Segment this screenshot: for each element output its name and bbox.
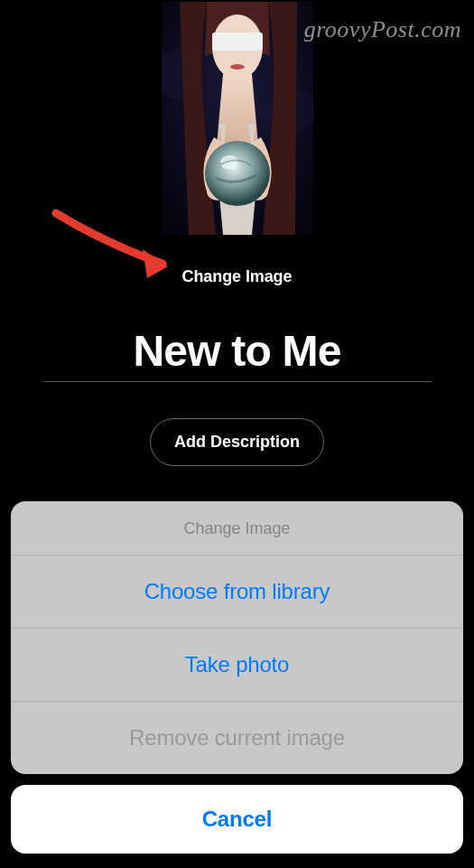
add-description-button[interactable]: Add Description (150, 418, 324, 466)
choose-from-library-button[interactable]: Choose from library (11, 555, 463, 629)
playlist-title-field[interactable]: New to Me (43, 326, 432, 382)
playlist-cover-image[interactable] (162, 2, 313, 235)
svg-point-8 (205, 141, 270, 206)
action-sheet-title: Change Image (11, 501, 463, 555)
watermark-text: groovyPost.com (304, 16, 461, 43)
change-image-label[interactable]: Change Image (182, 267, 293, 286)
action-sheet: Change Image Choose from library Take ph… (11, 501, 463, 774)
remove-current-image-button[interactable]: Remove current image (11, 702, 463, 774)
cancel-button[interactable]: Cancel (11, 785, 463, 854)
annotation-arrow (49, 206, 184, 287)
svg-rect-4 (212, 33, 263, 51)
playlist-title-text: New to Me (43, 326, 432, 376)
take-photo-button[interactable]: Take photo (11, 629, 463, 702)
svg-point-5 (230, 64, 245, 70)
